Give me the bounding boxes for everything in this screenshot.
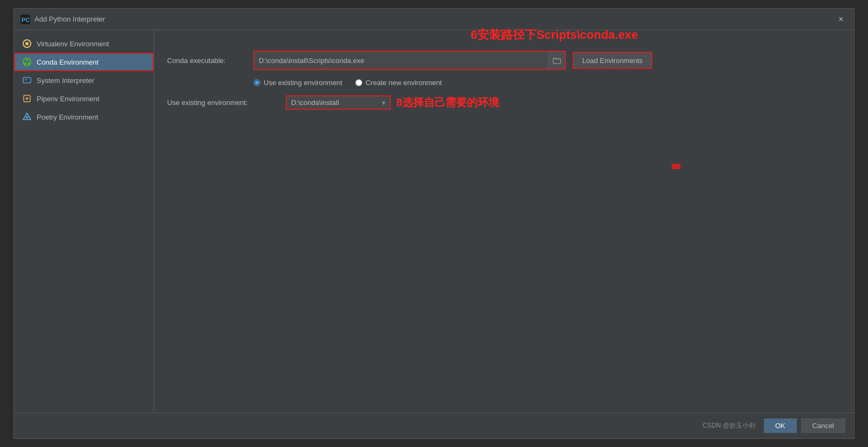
use-existing-env-label: Use existing environment:: [167, 99, 286, 107]
svg-point-3: [25, 42, 29, 45]
sidebar-item-system[interactable]: System Interpreter: [14, 71, 154, 89]
sidebar: Virtualenv Environment Conda Environment…: [14, 30, 154, 413]
title-bar: PC Add Python Interpreter ×: [14, 9, 854, 30]
system-icon: [22, 75, 32, 86]
add-python-interpreter-dialog: PC Add Python Interpreter × Virtualenv E…: [13, 8, 855, 439]
create-new-radio[interactable]: [355, 79, 362, 86]
annotation-sub: 8选择自己需要的环境: [396, 95, 499, 110]
sidebar-item-conda[interactable]: Conda Environment: [14, 53, 154, 71]
conda-path-input-wrapper: [253, 51, 566, 70]
ok-button[interactable]: OK: [764, 418, 797, 433]
create-new-radio-option[interactable]: Create new environment: [355, 79, 442, 87]
close-button[interactable]: ×: [835, 13, 848, 26]
sidebar-item-virtualenv-label: Virtualenv Environment: [37, 40, 109, 48]
sidebar-item-pipenv[interactable]: Pipenv Environment: [14, 89, 154, 108]
sidebar-item-poetry-label: Poetry Environment: [37, 113, 98, 121]
select-arrow-icon: ▼: [377, 97, 390, 108]
dialog-footer: CSDN @折玉小剑 OK Cancel: [14, 413, 854, 438]
conda-path-input[interactable]: [254, 54, 548, 67]
cancel-button[interactable]: Cancel: [801, 418, 845, 433]
dialog-body: Virtualenv Environment Conda Environment…: [14, 30, 854, 413]
svg-rect-15: [553, 59, 561, 64]
create-new-label: Create new environment: [366, 79, 442, 87]
sidebar-item-virtualenv[interactable]: Virtualenv Environment: [14, 34, 154, 53]
svg-point-14: [26, 116, 28, 118]
browse-folder-button[interactable]: [548, 52, 565, 69]
sidebar-item-conda-label: Conda Environment: [37, 58, 99, 66]
pipenv-icon: [22, 93, 32, 104]
environment-select[interactable]: D:\conda\install base D:\conda\install\e…: [287, 96, 377, 109]
poetry-icon: [22, 111, 32, 122]
use-existing-radio-option[interactable]: Use existing environment: [253, 79, 342, 87]
virtualenv-icon: [22, 38, 32, 49]
sidebar-item-poetry[interactable]: Poetry Environment: [14, 108, 154, 126]
svg-point-5: [26, 59, 28, 61]
sidebar-item-system-label: System Interpreter: [37, 76, 94, 85]
svg-text:PC: PC: [22, 17, 30, 23]
watermark-text: CSDN @折玉小剑: [702, 421, 755, 430]
conda-icon: [22, 57, 32, 67]
load-environments-button[interactable]: Load Environments: [573, 52, 652, 69]
conda-executable-row: Conda executable: Load Environments: [167, 51, 841, 70]
svg-rect-8: [23, 78, 31, 83]
existing-environment-row: Use existing environment: D:\conda\insta…: [167, 95, 841, 110]
conda-executable-label: Conda executable:: [167, 57, 253, 65]
svg-point-6: [24, 62, 26, 65]
sidebar-item-pipenv-label: Pipenv Environment: [37, 95, 99, 103]
red-dot-decoration: [672, 164, 680, 169]
dialog-title: Add Python Interpreter: [35, 15, 835, 23]
folder-icon: [553, 57, 561, 64]
environment-type-row: Use existing environment Create new envi…: [253, 79, 841, 87]
use-existing-radio[interactable]: [253, 79, 260, 86]
main-content: 6安装路径下Scripts\conda.exe Conda executable…: [154, 30, 854, 413]
svg-point-7: [27, 62, 30, 65]
use-existing-label: Use existing environment: [264, 79, 342, 87]
env-select-wrapper: D:\conda\install base D:\conda\install\e…: [286, 95, 391, 110]
pycharm-logo-icon: PC: [20, 15, 30, 24]
